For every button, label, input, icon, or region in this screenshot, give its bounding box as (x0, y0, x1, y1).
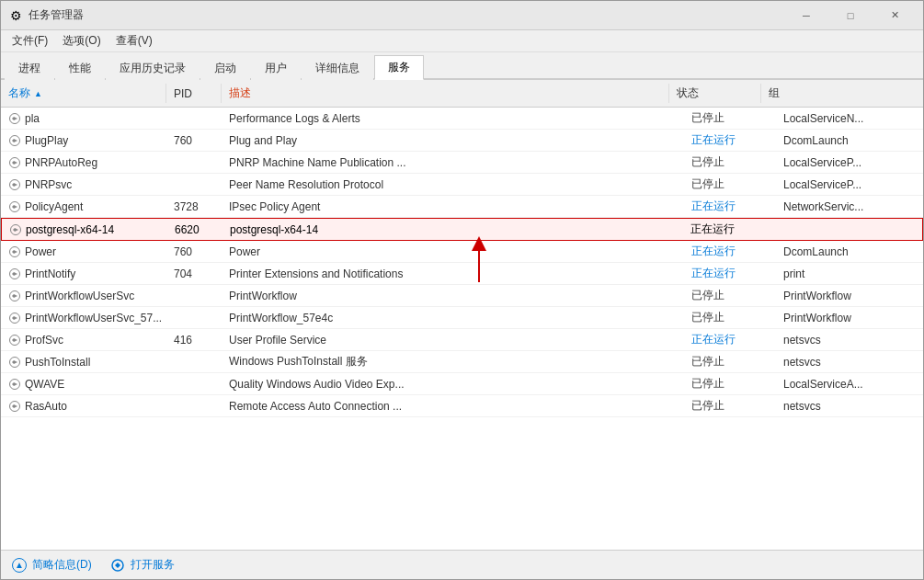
cell-status: 正在运行 (684, 329, 776, 350)
cell-name: PrintNotify (1, 263, 166, 284)
cell-group: DcomLaunch (776, 241, 923, 262)
service-icon (8, 112, 21, 125)
tab-processes[interactable]: 进程 (5, 56, 54, 80)
cell-status: 正在运行 (684, 196, 776, 217)
task-manager-window: ⚙ 任务管理器 ─ □ ✕ 文件(F) 选项(O) 查看(V) 进程 性能 应用… (0, 0, 924, 580)
cell-group: PrintWorkflow (776, 285, 923, 306)
cell-pid (166, 307, 222, 328)
cell-group: LocalServiceN... (776, 108, 923, 129)
cell-desc: Windows PushToInstall 服务 (222, 351, 684, 372)
cell-name: PNRPsvc (1, 174, 166, 195)
cell-pid (166, 174, 222, 195)
tab-details[interactable]: 详细信息 (302, 56, 373, 80)
cell-name: PNRPAutoReg (1, 152, 166, 173)
service-icon (8, 245, 21, 258)
cell-name: QWAVE (1, 373, 166, 394)
cell-desc: PrintWorkflow (222, 285, 684, 306)
menu-bar: 文件(F) 选项(O) 查看(V) (1, 30, 923, 52)
table-row[interactable]: PNRPsvc Peer Name Resolution Protocol 已停… (1, 174, 923, 196)
cell-status: 已停止 (684, 108, 776, 129)
table-row[interactable]: RasAuto Remote Access Auto Connection ..… (1, 395, 923, 417)
table-row[interactable]: PrintWorkflowUserSvc PrintWorkflow 已停止 P… (1, 285, 923, 307)
window-controls: ─ □ ✕ (785, 1, 916, 30)
cell-pid (166, 108, 222, 129)
cell-status: 已停止 (684, 351, 776, 372)
cell-desc: IPsec Policy Agent (222, 196, 684, 217)
cell-group: LocalServiceA... (776, 373, 923, 394)
summary-icon: ▲ (12, 558, 27, 573)
cell-pid: 760 (166, 241, 222, 262)
col-header-pid[interactable]: PID (166, 84, 222, 103)
col-header-name[interactable]: 名称 ▲ (1, 84, 166, 103)
table-wrapper: 名称 ▲ PID 描述 状态 组 (1, 80, 923, 550)
service-icon (8, 334, 21, 347)
service-icon (8, 267, 21, 280)
maximize-button[interactable]: □ (829, 1, 872, 30)
service-icon (8, 156, 21, 169)
table-row[interactable]: pla Performance Logs & Alerts 已停止 LocalS… (1, 108, 923, 130)
cell-desc: postgresql-x64-14 (222, 219, 683, 240)
table-row[interactable]: PrintWorkflowUserSvc_57... PrintWorkflow… (1, 307, 923, 329)
cell-pid (166, 152, 222, 173)
cell-status: 已停止 (684, 285, 776, 306)
col-header-status[interactable]: 状态 (669, 84, 761, 103)
open-services-label: 打开服务 (131, 557, 175, 573)
cell-pid: 6620 (167, 219, 222, 240)
service-icon (8, 356, 21, 369)
table-row[interactable]: QWAVE Quality Windows Audio Video Exp...… (1, 373, 923, 395)
table-row[interactable]: PrintNotify 704 Printer Extensions and N… (1, 263, 923, 285)
summary-info-button[interactable]: ▲ 简略信息(D) (12, 557, 92, 573)
cell-desc: User Profile Service (222, 329, 684, 350)
title-bar: ⚙ 任务管理器 ─ □ ✕ (1, 1, 923, 30)
cell-group: LocalServiceP... (776, 152, 923, 173)
table-row[interactable]: PolicyAgent 3728 IPsec Policy Agent 正在运行… (1, 196, 923, 218)
menu-view[interactable]: 查看(V) (108, 31, 160, 51)
cell-name: PolicyAgent (1, 196, 166, 217)
cell-name: ProfSvc (1, 329, 166, 350)
cell-group: LocalServiceP... (776, 174, 923, 195)
menu-options[interactable]: 选项(O) (55, 31, 108, 51)
close-button[interactable]: ✕ (873, 1, 916, 30)
table-row[interactable]: postgresql-x64-14 6620 postgresql-x64-14… (1, 218, 923, 241)
col-header-group[interactable]: 组 (761, 84, 908, 103)
service-icon (8, 178, 21, 191)
footer: ▲ 简略信息(D) 打开服务 (1, 550, 923, 579)
cell-desc: Power (222, 241, 684, 262)
table-row[interactable]: ProfSvc 416 User Profile Service 正在运行 ne… (1, 329, 923, 351)
cell-desc: Peer Name Resolution Protocol (222, 174, 684, 195)
cell-pid: 416 (166, 329, 222, 350)
cell-name: PrintWorkflowUserSvc_57... (1, 307, 166, 328)
service-icon (8, 378, 21, 391)
table-row[interactable]: Power 760 Power 正在运行 DcomLaunch (1, 241, 923, 263)
service-icon (8, 134, 21, 147)
cell-status: 已停止 (684, 395, 776, 416)
service-icon (8, 200, 21, 213)
cell-group: netsvcs (776, 395, 923, 416)
tab-users[interactable]: 用户 (251, 56, 301, 80)
tab-performance[interactable]: 性能 (55, 56, 105, 80)
tabs-bar: 进程 性能 应用历史记录 启动 用户 详细信息 服务 (1, 52, 923, 80)
cell-group: print (776, 263, 923, 284)
menu-file[interactable]: 文件(F) (5, 31, 55, 51)
tab-app-history[interactable]: 应用历史记录 (106, 56, 200, 80)
col-header-desc[interactable]: 描述 (222, 84, 669, 103)
table-row[interactable]: PlugPlay 760 Plug and Play 正在运行 DcomLaun… (1, 130, 923, 152)
table-row[interactable]: PushToInstall Windows PushToInstall 服务 已… (1, 351, 923, 373)
service-icon (8, 312, 21, 324)
tab-services[interactable]: 服务 (374, 55, 424, 80)
cell-desc: Plug and Play (222, 130, 684, 151)
cell-pid (166, 395, 222, 416)
cell-desc: Quality Windows Audio Video Exp... (222, 373, 684, 394)
cell-desc: Printer Extensions and Notifications (222, 263, 684, 284)
service-icon (8, 290, 21, 302)
cell-status: 已停止 (684, 174, 776, 195)
cell-pid (166, 373, 222, 394)
open-services-button[interactable]: 打开服务 (110, 557, 175, 573)
cell-pid (166, 351, 222, 372)
service-icon (8, 400, 21, 413)
cell-pid: 760 (166, 130, 222, 151)
minimize-button[interactable]: ─ (785, 1, 827, 30)
window-title: 任务管理器 (29, 7, 785, 23)
table-row[interactable]: PNRPAutoReg PNRP Machine Name Publicatio… (1, 152, 923, 174)
tab-startup[interactable]: 启动 (200, 56, 250, 80)
